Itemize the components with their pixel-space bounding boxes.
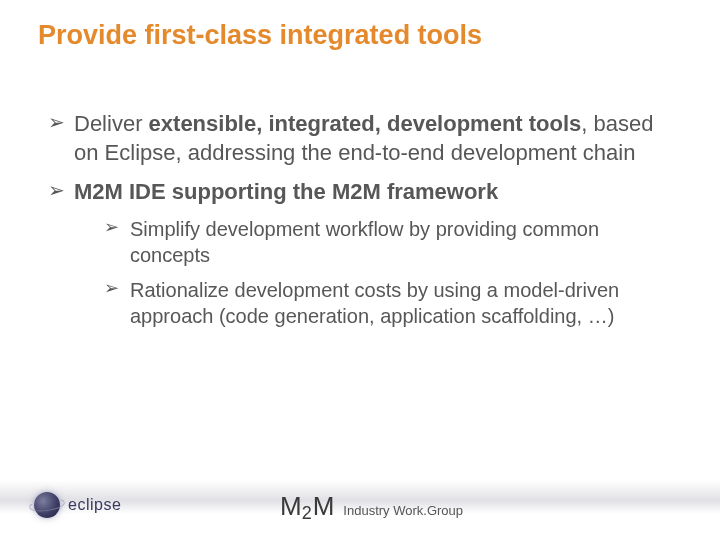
eclipse-logo: eclipse [34, 492, 121, 518]
bullet-2a: Simplify development workflow by providi… [104, 216, 682, 269]
bullet-1: Deliver extensible, integrated, developm… [48, 109, 682, 167]
eclipse-logo-text: eclipse [68, 496, 121, 514]
bullet-1-pre: Deliver [74, 111, 149, 136]
bullet-list-level2: Simplify development workflow by providi… [104, 216, 682, 330]
bullet-list-level1: Deliver extensible, integrated, developm… [48, 109, 682, 330]
m2m-wordmark: M2M [280, 491, 333, 522]
m2m-m2: M [313, 491, 334, 521]
m2m-m1: M [280, 491, 301, 521]
footer: eclipse M2M Industry Work.Group [0, 470, 720, 540]
bullet-1-bold: extensible, integrated, development tool… [149, 111, 582, 136]
m2m-branding: M2M Industry Work.Group [280, 491, 463, 522]
bullet-2: M2M IDE supporting the M2M framework Sim… [48, 177, 682, 330]
slide-title: Provide first-class integrated tools [38, 20, 682, 51]
eclipse-logo-icon [34, 492, 60, 518]
bullet-2-text: M2M IDE supporting the M2M framework [74, 179, 498, 204]
bullet-2b: Rationalize development costs by using a… [104, 277, 682, 330]
slide: Provide first-class integrated tools Del… [0, 0, 720, 540]
eclipse-logo-orbit [28, 497, 65, 514]
m2m-2: 2 [302, 503, 312, 523]
m2m-tagline: Industry Work.Group [343, 503, 463, 518]
